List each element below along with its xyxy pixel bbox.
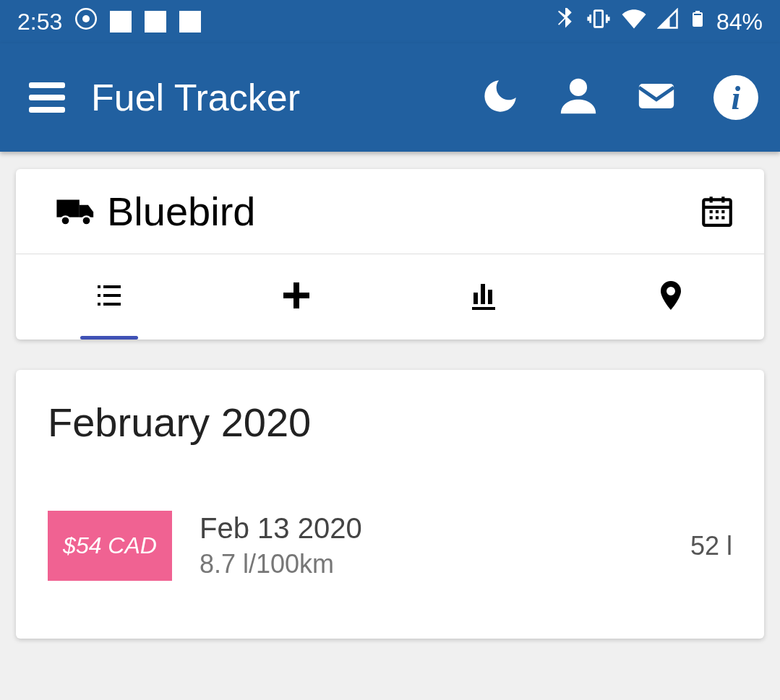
notification-placeholder-icon <box>145 11 166 33</box>
vibrate-icon <box>586 7 611 37</box>
entry-date: Feb 13 2020 <box>200 512 690 545</box>
chart-icon <box>466 278 501 316</box>
svg-rect-7 <box>639 84 674 108</box>
battery-icon <box>689 7 706 37</box>
at-icon <box>75 8 97 35</box>
vehicle-header[interactable]: Bluebird <box>16 169 764 254</box>
list-icon <box>92 278 127 316</box>
entry-consumption: 8.7 l/100km <box>200 549 690 579</box>
tabs <box>16 254 764 340</box>
bluetooth-icon <box>554 8 576 35</box>
tab-location[interactable] <box>577 254 764 340</box>
mail-button[interactable] <box>635 75 677 120</box>
entry-details: Feb 13 2020 8.7 l/100km <box>200 512 690 579</box>
svg-rect-2 <box>594 11 602 27</box>
entry-volume: 52 l <box>690 531 732 561</box>
svg-rect-4 <box>695 11 700 13</box>
status-time: 2:53 <box>17 9 62 35</box>
svg-point-6 <box>570 79 587 96</box>
month-title: February 2020 <box>48 399 732 446</box>
app-title: Fuel Tracker <box>91 76 300 119</box>
signal-icon <box>657 8 679 35</box>
dark-mode-button[interactable] <box>479 75 521 120</box>
calendar-button[interactable] <box>699 192 735 231</box>
svg-point-8 <box>61 216 69 225</box>
info-button[interactable]: i <box>713 75 758 120</box>
price-badge: $54 CAD <box>48 511 172 581</box>
tab-list[interactable] <box>16 254 203 340</box>
tab-add[interactable] <box>203 254 390 340</box>
wifi-icon <box>621 6 647 38</box>
battery-percent: 84% <box>716 9 763 35</box>
app-header: Fuel Tracker i <box>0 43 780 152</box>
svg-rect-5 <box>694 15 701 25</box>
menu-button[interactable] <box>29 82 65 113</box>
svg-point-9 <box>82 216 90 225</box>
vehicle-name: Bluebird <box>107 188 255 235</box>
fuel-entry[interactable]: $54 CAD Feb 13 2020 8.7 l/100km 52 l <box>48 511 732 581</box>
truck-icon <box>55 189 97 234</box>
pin-icon <box>653 278 688 316</box>
month-card: February 2020 $54 CAD Feb 13 2020 8.7 l/… <box>16 370 764 639</box>
profile-button[interactable] <box>557 75 599 120</box>
plus-icon <box>279 278 314 316</box>
notification-placeholder-icon <box>110 11 132 33</box>
status-bar: 2:53 84% <box>0 0 780 43</box>
svg-point-1 <box>82 15 90 22</box>
status-right: 84% <box>554 6 763 38</box>
header-actions: i <box>479 75 758 120</box>
vehicle-card: Bluebird <box>16 169 764 340</box>
notification-placeholder-icon <box>179 11 201 33</box>
tab-chart[interactable] <box>390 254 578 340</box>
status-left: 2:53 <box>17 8 201 35</box>
